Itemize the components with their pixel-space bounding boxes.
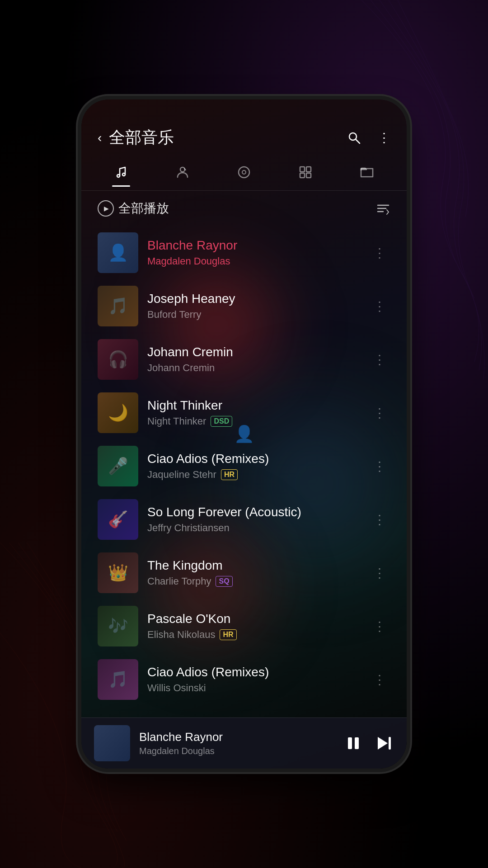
now-playing-artwork: 👤 <box>94 725 130 761</box>
phone-screen: ‹ 全部音乐 ⋮ <box>81 99 407 769</box>
app-content: ‹ 全部音乐 ⋮ <box>81 99 407 769</box>
now-playing-bar[interactable]: 👤 Blanche Raynor Magdalen Douglas <box>81 717 407 769</box>
np-art-figure: 👤 <box>94 725 130 761</box>
phone-shell: ‹ 全部音乐 ⋮ <box>81 99 407 769</box>
